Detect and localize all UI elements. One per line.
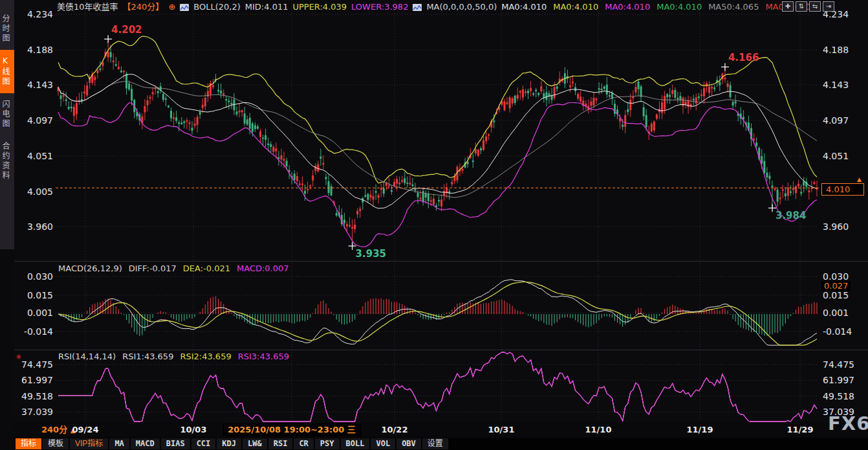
instrument-title: 美债10年收益率 — [57, 2, 118, 12]
toolbar-tab-BIAS[interactable]: BIAS — [161, 438, 190, 449]
ma-values: MA0:4.010MA0:4.010MA0:4.010MA0:4.010MA50… — [501, 2, 810, 12]
rsi-axis-label: 74.475 — [823, 359, 862, 370]
price-axis-label: 4.097 — [823, 115, 862, 126]
macd-axis-label: -0.014 — [14, 326, 53, 337]
chart-region: 美债10年收益率 【240分】 ⊕ BOLL(20,2) MID:4.011 U… — [14, 0, 868, 450]
macd-axis-label: 0.030 — [823, 271, 862, 282]
move-icon[interactable]: ✚ — [782, 1, 794, 12]
toolbar-tab-RSI[interactable]: RSI — [268, 438, 293, 449]
date-tick: 09/24 — [72, 422, 99, 438]
rsi-axis-label: 61.997 — [14, 375, 53, 385]
macd-axis-label: -0.014 — [823, 326, 862, 337]
timeframe-badge[interactable]: 【240分】 — [123, 2, 164, 12]
sidebar-item-0[interactable]: 分时图 — [0, 8, 14, 50]
rsi-axis-label: 49.518 — [823, 391, 862, 401]
macd-hist-value: MACD:0.007 — [237, 264, 289, 273]
macd-axis-label: 0.030 — [14, 271, 53, 282]
date-tick: 11/29 — [787, 422, 814, 438]
rsi-params: RSI(14,14,14) — [58, 352, 116, 361]
sidebar-item-1[interactable]: K线图 — [0, 50, 14, 93]
current-price-badge: 4.010 — [821, 183, 864, 196]
timeframe-label: 240分 — [41, 425, 67, 434]
date-tick: 11/10 — [585, 422, 612, 438]
window-controls: ✚⇅⇆⇥ — [782, 1, 834, 12]
macd-axis-label: 0.001 — [823, 308, 862, 318]
boll-lower-value: LOWER:3.982 — [351, 2, 408, 12]
toolbar-tab-MACD[interactable]: MACD — [131, 438, 160, 449]
macd-axis-label: 0.001 — [14, 308, 53, 318]
scale-horizontal-icon[interactable]: ⇆ — [809, 1, 821, 12]
price-axis-label: 4.005 — [14, 186, 53, 197]
toolbar-tab-CCI[interactable]: CCI — [191, 438, 216, 449]
toolbar-tab-OBV[interactable]: OBV — [396, 438, 421, 449]
price-axis-label: 4.234 — [14, 9, 53, 19]
timeframe-selector[interactable]: 240分 ▲ — [41, 422, 75, 438]
extreme-price-annotation: 4.202 — [111, 24, 142, 36]
time-axis: 240分 ▲ 09/2410/0310/2210/3111/1011/1911/… — [14, 422, 868, 438]
toolbar-tab-VIP指标[interactable]: VIP指标 — [70, 438, 108, 449]
boll-mid-value: MID:4.011 — [245, 2, 288, 12]
macd-dea-value: DEA:-0.021 — [183, 264, 230, 273]
rsi1-value: RSI1:43.659 — [122, 352, 173, 361]
toolbar-tab-BOLL[interactable]: BOLL — [341, 438, 370, 449]
chart-header: 美债10年收益率 【240分】 ⊕ BOLL(20,2) MID:4.011 U… — [57, 2, 810, 12]
price-axis-label: 3.960 — [14, 221, 53, 232]
alert-burst-icon[interactable]: ✳ — [16, 353, 21, 361]
price-axis-label: 4.051 — [823, 151, 862, 161]
price-axis-label: 4.143 — [823, 80, 862, 90]
price-marker-arrow-icon: ▲ — [857, 176, 862, 183]
date-tick: 10/31 — [488, 422, 515, 438]
date-tick: 10/03 — [180, 422, 207, 438]
scale-vertical-icon[interactable]: ⇅ — [796, 1, 807, 12]
selected-period-label: 2025/10/08 19:00~23:00 三 — [222, 423, 361, 436]
toolbar-tab-VOL[interactable]: VOL — [371, 438, 395, 449]
macd-header: MACD(26,12,9) DIFF:-0.017 DEA:-0.021 MAC… — [58, 264, 289, 273]
ma-value: MA0:4.010 — [605, 2, 650, 12]
macd-diff-value: DIFF:-0.017 — [129, 264, 177, 273]
price-axis-label: 3.960 — [823, 221, 862, 232]
price-axis-label: 4.051 — [14, 151, 53, 161]
extreme-price-annotation: 3.984 — [776, 210, 806, 221]
price-axis-label: 4.188 — [823, 45, 862, 55]
toolbar-tab-KDJ[interactable]: KDJ — [217, 438, 241, 449]
fx678-watermark: FX678 — [828, 412, 868, 434]
macd-params: MACD(26,12,9) — [58, 264, 122, 273]
boll-label: BOLL(20,2) — [193, 2, 241, 12]
rsi-axis-label: 49.518 — [14, 391, 53, 401]
ma-value: MA0:4.010 — [553, 2, 598, 12]
ma-label: MA(0,0,0,0,50,0) — [426, 2, 497, 12]
main-candlestick-chart[interactable]: 4.2023.9354.1663.984 — [56, 0, 820, 261]
toolbar-tab-LW&[interactable]: LW& — [243, 438, 267, 449]
rsi2-value: RSI2:43.659 — [180, 352, 231, 361]
sidebar-item-3[interactable]: 合约资料 — [0, 135, 14, 187]
extreme-price-annotation: 3.935 — [356, 248, 386, 260]
rsi3-value: RSI3:43.659 — [238, 352, 289, 361]
indicator-settings-icon[interactable]: ⊕ — [168, 2, 175, 12]
toolbar-tab-CR[interactable]: CR — [294, 438, 313, 449]
ma-value: MA0:4.010 — [656, 2, 702, 12]
date-tick: 11/19 — [687, 422, 713, 438]
ma-value: MA50:4.065 — [708, 2, 759, 12]
toolbar-tab-MA[interactable]: MA — [109, 438, 129, 449]
toolbar-tab-设置[interactable]: 设置 — [422, 438, 448, 449]
ma-value: MA0:4.010 — [501, 2, 547, 12]
toolbar-tab-PSY[interactable]: PSY — [315, 438, 340, 449]
boll-chart-icon[interactable] — [180, 4, 189, 11]
toolbar-tab-指标[interactable]: 指标 — [16, 438, 41, 449]
boll-upper-value: UPPER:4.039 — [292, 2, 347, 12]
macd-axis-label: 0.015 — [823, 290, 862, 300]
ma-chart-icon[interactable] — [413, 4, 422, 11]
detach-icon[interactable]: ⇥ — [823, 1, 834, 12]
rsi-axis-label: 61.997 — [823, 375, 862, 385]
pane-divider[interactable] — [14, 350, 868, 350]
price-axis-label: 4.188 — [14, 45, 53, 55]
indicator-toolbar: 指标模板VIP指标MAMACDBIASCCIKDJLW&RSICRPSYBOLL… — [14, 438, 868, 450]
price-axis-label: 4.097 — [14, 115, 53, 126]
sidebar-item-2[interactable]: 闪电图 — [0, 93, 14, 135]
rsi-header: RSI(14,14,14) RSI1:43.659 RSI2:43.659 RS… — [58, 352, 289, 361]
macd-chart[interactable] — [56, 261, 820, 350]
toolbar-tab-模板[interactable]: 模板 — [43, 438, 69, 449]
pane-divider[interactable] — [14, 261, 868, 262]
rsi-axis-label: 37.039 — [14, 407, 53, 417]
date-tick: 10/22 — [382, 422, 408, 438]
